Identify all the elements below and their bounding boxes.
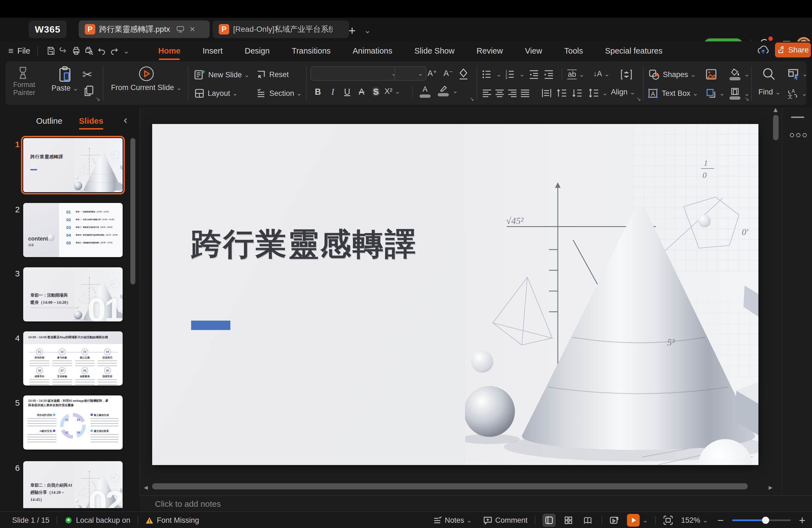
align-right-icon[interactable] xyxy=(507,87,518,99)
insert-picture-icon[interactable] xyxy=(705,68,717,80)
increase-font-icon[interactable]: A⁺ xyxy=(425,67,440,79)
doc-tab-active[interactable]: P 跨行業靈感轉譯.pptx ✕ xyxy=(79,20,209,38)
slide-accent-rect[interactable] xyxy=(191,321,230,330)
comment-button[interactable]: Comment xyxy=(483,516,527,525)
underline-button[interactable]: U xyxy=(340,86,354,98)
slideshow-settings-button[interactable] xyxy=(609,515,620,526)
decrease-font-icon[interactable]: A⁻ xyxy=(441,67,456,79)
menu-special-features[interactable]: Special features xyxy=(605,46,663,56)
tab-list-chevron-icon[interactable]: ⌄ xyxy=(364,25,371,35)
align-justify-icon[interactable] xyxy=(519,87,531,99)
slide-title-text[interactable]: 跨行業靈感轉譯 xyxy=(191,223,417,265)
slide-thumbnail-3[interactable]: 01 章節一：活動開場與 暖身（14:00－14:20） xyxy=(23,267,122,321)
menu-tools[interactable]: Tools xyxy=(564,46,584,56)
view-reading-button[interactable] xyxy=(581,514,594,527)
slide-thumbnail-4[interactable]: 14:00－14:05 歡迎辭及Ray的開場影片介紹活動結構與目標 01活动目标… xyxy=(23,332,122,385)
from-current-slide-button[interactable]: From Current Slide⌄ xyxy=(108,66,185,92)
view-normal-button[interactable] xyxy=(542,514,556,527)
linespacing-up-icon[interactable] xyxy=(556,87,568,99)
shapes-button[interactable]: Shapes⌄ xyxy=(648,69,696,80)
paste-button[interactable]: Paste⌄ xyxy=(50,66,80,92)
align-objects-button[interactable]: Align⌄ xyxy=(611,88,635,97)
print-icon[interactable] xyxy=(70,44,83,57)
text-box-button[interactable]: A Text Box⌄ xyxy=(647,87,698,99)
clipboard-expander-icon[interactable]: ↘ xyxy=(96,96,100,102)
highlight-color-button[interactable]: ⌄ xyxy=(436,85,458,97)
file-menu-icon[interactable]: ≡ xyxy=(8,46,14,56)
selection-pane-button[interactable]: ⌄ xyxy=(787,68,808,80)
find-button[interactable]: Find⌄ xyxy=(758,88,781,97)
play-slideshow-button[interactable] xyxy=(627,514,640,527)
strikethrough-button[interactable]: A xyxy=(354,86,369,98)
zoom-slider-knob[interactable] xyxy=(762,517,769,524)
collapse-pane-icon[interactable] xyxy=(791,117,804,118)
print-preview-icon[interactable] xyxy=(83,44,95,57)
zoom-out-icon[interactable]: − xyxy=(717,514,724,527)
slide-editor[interactable]: √45² 1 0 0' 5³ 跨行業靈感轉譯 xyxy=(152,124,758,465)
more-options-icon[interactable] xyxy=(790,133,807,137)
slide-thumbnail-1[interactable]: 跨行業靈感轉譯 xyxy=(23,138,122,192)
text-direction-button[interactable]: ab ⌄ xyxy=(567,70,584,79)
copy-icon[interactable] xyxy=(83,85,95,98)
decrease-indent-icon[interactable] xyxy=(528,69,540,80)
font-name-select[interactable]: ⌄ xyxy=(310,66,400,80)
align-center-icon[interactable] xyxy=(494,87,505,99)
slide-thumbnail-2[interactable]: content 目录 01章節一：活動開場與暖身（14:00－14:20） 02… xyxy=(23,203,122,257)
menu-home[interactable]: Home xyxy=(158,46,181,56)
zoom-slider[interactable] xyxy=(732,519,791,521)
redo-icon[interactable] xyxy=(108,44,121,57)
reset-button[interactable]: Reset xyxy=(256,69,289,80)
bold-button[interactable]: B xyxy=(310,86,325,98)
font-missing-label[interactable]: Font Missing xyxy=(157,516,199,525)
undo-icon[interactable] xyxy=(95,44,108,57)
view-slide-sorter-button[interactable] xyxy=(562,514,575,527)
export-icon[interactable] xyxy=(57,44,70,57)
slide-thumbnail-5[interactable]: 14:05－14:20 破冰遊戲：利用AI webapp進行隨機配對，參 與者提… xyxy=(23,395,122,450)
menu-review[interactable]: Review xyxy=(476,46,504,56)
italic-button[interactable]: I xyxy=(325,86,340,98)
linespacing-down-icon[interactable] xyxy=(572,87,583,99)
canvas-vertical-scrollbar[interactable] xyxy=(773,115,779,140)
vscroll-up-icon[interactable]: ▲ xyxy=(772,105,779,114)
format-painter-button[interactable]: Format Painter xyxy=(13,65,33,97)
panel-scrollbar[interactable] xyxy=(130,138,135,284)
superscript-button[interactable]: X²⌄ xyxy=(385,87,400,96)
quickbar-chevron-icon[interactable]: ⌄ xyxy=(123,46,129,56)
cut-icon[interactable]: ✂ xyxy=(82,68,92,82)
new-tab-icon[interactable]: + xyxy=(349,24,356,38)
hscroll-left-icon[interactable]: ◂ xyxy=(144,483,148,492)
search-icon[interactable] xyxy=(762,67,776,81)
canvas-horizontal-scrollbar[interactable] xyxy=(152,483,748,489)
layout-button[interactable]: Layout⌄ xyxy=(194,88,238,99)
brand-tab[interactable]: W365 xyxy=(29,20,67,38)
slide-thumbnail-6[interactable]: 02 章節二：自我介紹與AI 經驗分享（14:20－ 14:45） xyxy=(23,461,122,508)
monitor-icon[interactable] xyxy=(176,25,185,33)
menu-insert[interactable]: Insert xyxy=(202,46,223,56)
menu-transitions[interactable]: Transitions xyxy=(291,46,331,56)
menu-animations[interactable]: Animations xyxy=(352,46,393,56)
collapse-panel-icon[interactable]: ‹ xyxy=(124,114,127,126)
menu-slide-show[interactable]: Slide Show xyxy=(414,46,455,56)
chevron-down-icon[interactable]: ⌄ xyxy=(702,517,708,524)
fit-slide-button[interactable] xyxy=(663,515,673,526)
distributed-icon[interactable] xyxy=(541,87,552,99)
clear-format-icon[interactable] xyxy=(458,68,469,80)
vertical-text-button[interactable]: ↓A ⌄ xyxy=(593,70,610,78)
arrange-button[interactable]: ⌄ xyxy=(705,87,725,99)
tab-outline[interactable]: Outline xyxy=(36,116,62,126)
text-shadow-button[interactable]: S xyxy=(368,86,383,98)
chevron-down-icon[interactable]: ⌄ xyxy=(642,517,648,524)
increase-indent-icon[interactable] xyxy=(543,69,555,80)
doc-tab-inactive[interactable]: P [Read-Only]私域产业平台系统简 xyxy=(213,20,349,38)
menu-design[interactable]: Design xyxy=(244,46,270,56)
hscroll-right-icon[interactable]: ▸ xyxy=(769,483,772,492)
text-fit-icon[interactable] xyxy=(620,69,633,80)
cloud-upload-icon[interactable] xyxy=(756,44,770,56)
close-tab-icon[interactable]: ✕ xyxy=(189,25,195,34)
zoom-level[interactable]: 152% xyxy=(681,516,700,525)
notes-toggle[interactable]: Notes ⌄ xyxy=(433,516,472,525)
font-size-select[interactable]: ⌄ xyxy=(394,66,426,80)
notes-bar[interactable]: Click to add notes xyxy=(140,495,812,512)
fill-color-button[interactable]: ⌄ xyxy=(728,68,750,80)
local-backup-label[interactable]: Local backup on xyxy=(76,516,130,525)
